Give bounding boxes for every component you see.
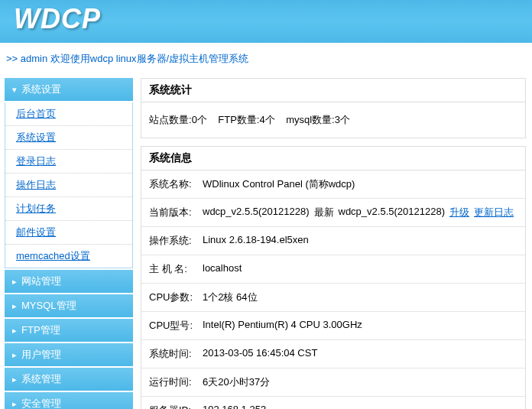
info-value: Linux 2.6.18-194.el5xen (203, 234, 309, 248)
info-label: 操作系统: (149, 234, 198, 248)
upgrade-link[interactable]: 升级 (449, 206, 469, 219)
nav-link[interactable]: 后台首页 (16, 108, 56, 119)
info-label: 服务器IP: (149, 404, 198, 409)
info-row-cpu: CPU参数:1个2核 64位 (141, 284, 525, 312)
nav-section-ftp[interactable]: FTP管理 (5, 319, 133, 342)
nav-item-login-log[interactable]: 登录日志 (5, 150, 132, 174)
info-label: CPU型号: (149, 319, 198, 333)
site-count-label: 站点数量: (149, 114, 192, 125)
info-row-uptime: 运行时间:6天20小时37分 (141, 368, 525, 397)
info-row-systime: 系统时间:2013-03-05 16:45:04 CST (141, 340, 525, 368)
nav-link[interactable]: 操作日志 (16, 179, 56, 190)
stats-title: 系统统计 (141, 79, 525, 102)
nav-item-memcached[interactable]: memcached设置 (5, 245, 132, 268)
info-label: 系统时间: (149, 347, 198, 361)
mysql-count-label: mysql数量: (286, 114, 335, 125)
nav-item-settings[interactable]: 系统设置 (5, 126, 132, 150)
nav-section-system-settings[interactable]: 系统设置 (5, 78, 133, 101)
ftp-count-label: FTP数量: (218, 114, 259, 125)
nav-item-op-log[interactable]: 操作日志 (5, 174, 132, 197)
breadcrumb-prefix: >> (6, 53, 21, 64)
main-content: 系统统计 站点数量:0个 FTP数量:4个 mysql数量:3个 系统信息 系统… (138, 75, 532, 409)
info-latest-label: 最新 (314, 206, 334, 219)
stats-panel: 系统统计 站点数量:0个 FTP数量:4个 mysql数量:3个 (141, 78, 526, 138)
info-label: 主 机 名: (149, 262, 198, 276)
mysql-count: 3个 (335, 114, 350, 125)
info-row-cpumodel: CPU型号:Intel(R) Pentium(R) 4 CPU 3.00GHz (141, 312, 525, 340)
nav-section-mysql[interactable]: MYSQL管理 (5, 294, 133, 317)
info-latest: wdcp_v2.5.5(20121228) (339, 206, 446, 219)
nav-link[interactable]: 系统设置 (16, 131, 56, 143)
info-label: 当前版本: (149, 206, 198, 219)
nav-items-system-settings: 后台首页 系统设置 登录日志 操作日志 计划任务 邮件设置 memcached设… (5, 102, 133, 268)
stats-line: 站点数量:0个 FTP数量:4个 mysql数量:3个 (149, 110, 517, 130)
nav-section-sysmgr[interactable]: 系统管理 (5, 368, 133, 391)
info-value: Intel(R) Pentium(R) 4 CPU 3.00GHz (203, 319, 362, 333)
info-row-version: 当前版本:wdcp_v2.5.5(20121228)最新wdcp_v2.5.5(… (141, 199, 525, 227)
ftp-count: 4个 (259, 114, 274, 125)
sidebar: 系统设置 后台首页 系统设置 登录日志 操作日志 计划任务 邮件设置 memca… (0, 75, 138, 409)
nav-link[interactable]: 计划任务 (16, 203, 56, 214)
info-row-ip: 服务器IP:192.168.1.253 (141, 397, 525, 409)
nav-section-user[interactable]: 用户管理 (5, 343, 133, 366)
info-panel: 系统信息 系统名称:WDlinux Control Panel (简称wdcp)… (141, 146, 526, 409)
breadcrumb-user[interactable]: admin (21, 53, 47, 64)
info-value: wdcp_v2.5.5(20121228) (203, 206, 310, 219)
nav-link[interactable]: memcached设置 (16, 250, 90, 261)
info-value: localhost (203, 262, 242, 276)
changelog-link[interactable]: 更新日志 (474, 206, 514, 219)
info-row-os: 操作系统:Linux 2.6.18-194.el5xen (141, 227, 525, 255)
info-label: CPU参数: (149, 291, 198, 304)
breadcrumb: >> admin 欢迎使用wdcp linux服务器/虚拟主机管理系统 (0, 43, 532, 75)
nav-section-security[interactable]: 安全管理 (5, 392, 133, 409)
info-row-host: 主 机 名:localhost (141, 255, 525, 284)
info-label: 系统名称: (149, 177, 198, 191)
header: WDCP (0, 0, 532, 43)
nav-section-site[interactable]: 网站管理 (5, 270, 133, 293)
site-count: 0个 (192, 114, 207, 125)
nav-item-mail[interactable]: 邮件设置 (5, 221, 132, 245)
nav-link[interactable]: 邮件设置 (16, 226, 56, 238)
info-value: 6天20小时37分 (203, 375, 270, 389)
logo: WDCP (0, 0, 532, 38)
nav-item-cron[interactable]: 计划任务 (5, 197, 132, 221)
info-value: 1个2核 64位 (203, 291, 258, 304)
info-title: 系统信息 (141, 147, 525, 170)
nav-link[interactable]: 登录日志 (16, 155, 56, 167)
info-row-name: 系统名称:WDlinux Control Panel (简称wdcp) (141, 170, 525, 199)
info-label: 运行时间: (149, 375, 198, 389)
nav-item-home[interactable]: 后台首页 (5, 102, 132, 126)
info-value: 2013-03-05 16:45:04 CST (203, 347, 317, 361)
breadcrumb-welcome: 欢迎使用wdcp linux服务器/虚拟主机管理系统 (47, 53, 248, 64)
info-value: 192.168.1.253 (203, 404, 266, 409)
info-value: WDlinux Control Panel (简称wdcp) (203, 177, 355, 191)
